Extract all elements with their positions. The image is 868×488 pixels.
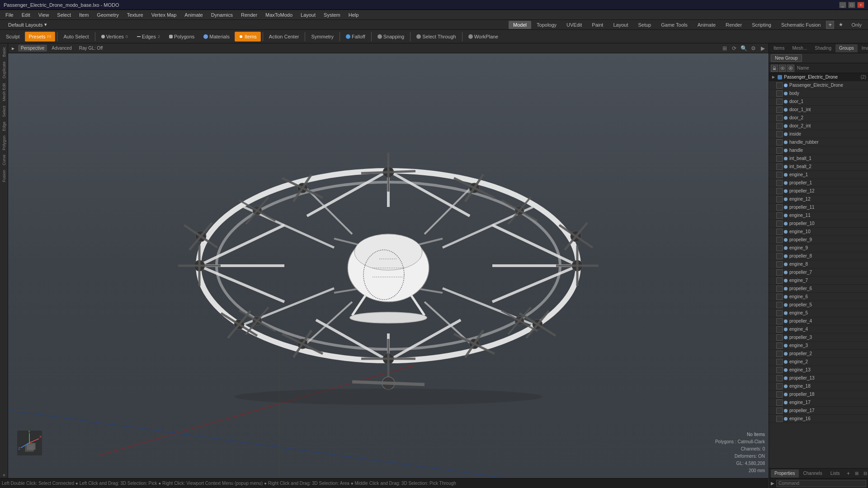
select-through-button[interactable]: Select Through — [412, 32, 460, 42]
sidebar-tab-fusion[interactable]: Fusion — [1, 168, 7, 184]
item-check-p5[interactable] — [776, 302, 783, 308]
panel-tab-mesh[interactable]: Mesh... — [788, 44, 811, 52]
sidebar-tab-polygon[interactable]: Polygon — [1, 134, 7, 152]
tab-paint[interactable]: Paint — [587, 21, 608, 29]
item-handle-rubber[interactable]: handle_rubber — [769, 138, 868, 146]
item-engine5[interactable]: engine_5 — [769, 309, 868, 317]
sidebar-tab-edge[interactable]: Edge — [1, 120, 7, 133]
presets-button[interactable]: Presets Fil — [25, 32, 56, 42]
item-check-e3[interactable] — [776, 343, 783, 349]
item-check-e4[interactable] — [776, 326, 783, 333]
sidebar-tab-curve[interactable]: Curve — [1, 153, 7, 167]
item-check-scene[interactable] — [776, 82, 783, 89]
item-engine16[interactable]: engine_16 — [769, 415, 868, 423]
item-check-hr[interactable] — [776, 139, 783, 145]
item-check-e2[interactable] — [776, 359, 783, 365]
item-check-p7[interactable] — [776, 269, 783, 276]
properties-tab[interactable]: Properties — [771, 469, 799, 478]
item-prop6[interactable]: propeller_6 — [769, 285, 868, 293]
item-engine17[interactable]: engine_17 — [769, 399, 868, 407]
viewport-play-icon[interactable]: ▶ — [759, 44, 767, 52]
item-check-p9[interactable] — [776, 237, 783, 243]
item-scene[interactable]: Passenger_Electric_Drone — [769, 81, 868, 89]
item-check-p10[interactable] — [776, 221, 783, 227]
tab-setup[interactable]: Setup — [633, 21, 656, 29]
menu-render[interactable]: Render — [237, 11, 261, 19]
item-engine7[interactable]: engine_7 — [769, 277, 868, 285]
minimize-button[interactable]: _ — [839, 2, 846, 8]
add-tab-button[interactable]: + — [844, 469, 852, 478]
panel-render-button[interactable] — [787, 65, 794, 72]
item-check-p2[interactable] — [776, 351, 783, 357]
tab-render[interactable]: Render — [721, 21, 746, 29]
item-check-door2int[interactable] — [776, 123, 783, 129]
item-check-p1[interactable] — [776, 180, 783, 186]
maximize-button[interactable]: □ — [848, 2, 855, 8]
star-button[interactable]: ★ — [835, 21, 847, 28]
item-check-p11[interactable] — [776, 204, 783, 211]
tab-game-tools[interactable]: Game Tools — [656, 21, 692, 29]
item-check-p4[interactable] — [776, 318, 783, 324]
item-check-e17[interactable] — [776, 399, 783, 406]
items-button[interactable]: Items — [235, 32, 261, 42]
item-prop9[interactable]: propeller_9 — [769, 236, 868, 244]
item-check-e6[interactable] — [776, 294, 783, 300]
item-check-p12[interactable] — [776, 188, 783, 194]
ray-gl-button[interactable]: Ray GL: Off — [76, 45, 106, 52]
perspective-button[interactable]: Perspective — [18, 45, 47, 52]
item-engine1[interactable]: engine_1 — [769, 171, 868, 179]
viewport-settings-icon[interactable]: ⚙ — [749, 44, 757, 52]
item-check-e16[interactable] — [776, 416, 783, 422]
item-engine2[interactable]: engine_2 — [769, 358, 868, 366]
item-check-e1[interactable] — [776, 172, 783, 178]
item-prop10[interactable]: propeller_10 — [769, 220, 868, 228]
panel-visibility-button[interactable] — [779, 65, 786, 72]
item-engine6[interactable]: engine_6 — [769, 293, 868, 301]
item-check-door2[interactable] — [776, 115, 783, 121]
item-prop3[interactable]: propeller_3 — [769, 333, 868, 342]
item-engine11[interactable]: engine_11 — [769, 211, 868, 220]
item-prop13[interactable]: propeller_13 — [769, 374, 868, 382]
polygons-button[interactable]: Polygons — [165, 32, 198, 42]
menu-layout[interactable]: Layout — [297, 11, 319, 19]
item-check-p13[interactable] — [776, 375, 783, 381]
menu-texture[interactable]: Texture — [123, 11, 147, 19]
vertices-button[interactable]: Vertices 0 — [97, 32, 132, 42]
panel-tab-images[interactable]: Images — [858, 44, 868, 52]
tab-uvedit[interactable]: UVEdit — [562, 21, 586, 29]
item-check-e18[interactable] — [776, 383, 783, 389]
item-check-e7[interactable] — [776, 277, 783, 284]
new-group-button[interactable]: New Group — [771, 54, 802, 62]
item-check-handle[interactable] — [776, 147, 783, 154]
item-door2[interactable]: door_2 — [769, 114, 868, 122]
auto-select-button[interactable]: Auto Select — [59, 32, 93, 42]
command-input[interactable] — [776, 480, 866, 487]
item-check-e5[interactable] — [776, 310, 783, 316]
item-handle[interactable]: handle — [769, 146, 868, 155]
viewport-expand-button[interactable]: ▸ — [10, 45, 16, 52]
snapping-button[interactable]: Snapping — [373, 32, 409, 42]
item-door2int[interactable]: door_2_int — [769, 122, 868, 130]
expand-bottom-icon[interactable]: ⊞ — [853, 469, 861, 478]
item-door1[interactable]: door_1 — [769, 98, 868, 106]
menu-geometry[interactable]: Geometry — [93, 11, 122, 19]
item-prop12[interactable]: propeller_12 — [769, 187, 868, 195]
menu-vertex-map[interactable]: Vertex Map — [148, 11, 180, 19]
item-check-door1[interactable] — [776, 99, 783, 105]
panel-tab-groups[interactable]: Groups — [835, 44, 858, 52]
tab-scripting[interactable]: Scripting — [747, 21, 776, 29]
item-engine18[interactable]: engine_18 — [769, 382, 868, 390]
item-engine9[interactable]: engine_9 — [769, 244, 868, 252]
viewport-search-icon[interactable]: 🔍 — [740, 44, 748, 52]
menu-file[interactable]: File — [2, 11, 17, 19]
item-inside[interactable]: inside — [769, 130, 868, 138]
tab-model[interactable]: Model — [509, 21, 531, 29]
item-check-e11[interactable] — [776, 212, 783, 219]
lists-tab[interactable]: Lists — [827, 469, 844, 478]
item-engine13[interactable]: engine_13 — [769, 366, 868, 374]
tab-layout[interactable]: Layout — [609, 21, 632, 29]
sidebar-tab-mesh-edit[interactable]: Mesh Edit — [1, 81, 7, 103]
item-prop1[interactable]: propeller_1 — [769, 179, 868, 187]
item-check-p6[interactable] — [776, 286, 783, 292]
panel-lock-button[interactable] — [771, 65, 778, 72]
